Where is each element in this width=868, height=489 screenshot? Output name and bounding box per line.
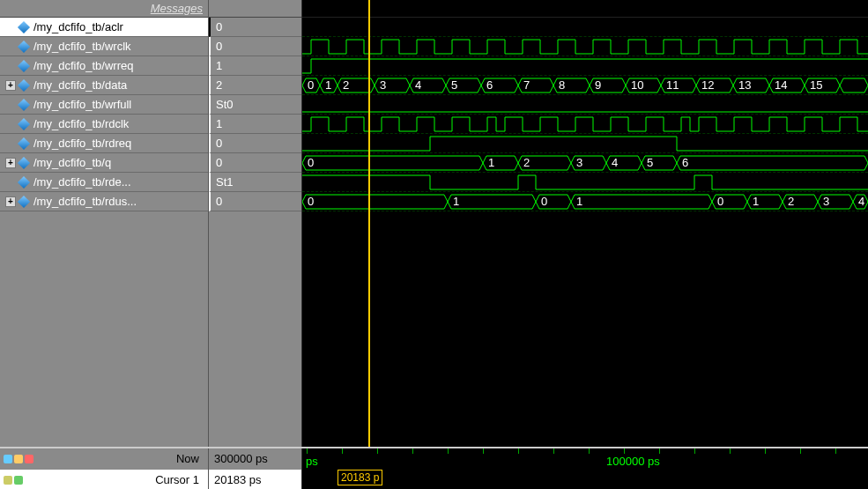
expand-spacer — [5, 100, 16, 110]
toolbar-icon-3[interactable] — [25, 455, 33, 463]
signal-name-row[interactable]: +/my_dcfifo_tb/q — [0, 153, 208, 173]
time-tick — [730, 448, 731, 454]
signal-diamond-icon — [18, 156, 30, 168]
cursor-row[interactable]: Cursor 1 — [0, 470, 208, 489]
signal-diamond-icon — [18, 175, 30, 188]
time-tick — [518, 448, 519, 454]
signal-name-row[interactable]: +/my_dcfifo_tb/rdus... — [0, 192, 208, 211]
toolbar-icon-4[interactable] — [4, 476, 12, 485]
svg-text:7: 7 — [523, 78, 530, 92]
signal-name-row[interactable]: +/my_dcfifo_tb/data — [0, 76, 208, 95]
svg-text:6: 6 — [486, 78, 493, 92]
svg-text:1: 1 — [453, 195, 459, 208]
wave-body[interactable]: 01234567891011121314150123456010101234 — [302, 18, 868, 447]
svg-text:1: 1 — [576, 195, 582, 208]
wave-row[interactable] — [302, 95, 868, 115]
svg-text:10: 10 — [631, 78, 643, 92]
svg-text:5: 5 — [647, 156, 653, 169]
signal-value-cell[interactable]: 0 — [209, 134, 301, 153]
signal-name-row[interactable]: /my_dcfifo_tb/wrreq — [0, 56, 208, 76]
expand-spacer — [5, 61, 16, 71]
wave-row[interactable] — [302, 18, 868, 37]
time-tick — [589, 448, 590, 454]
signal-name-row[interactable]: /my_dcfifo_tb/rdclk — [0, 115, 208, 134]
svg-text:9: 9 — [595, 78, 601, 92]
signal-values-column: 0012St0100St10 — [209, 0, 302, 447]
signal-value-cell[interactable]: 1 — [209, 56, 301, 76]
svg-text:2: 2 — [523, 156, 530, 169]
time-tick — [483, 448, 484, 454]
timescale-unit: ps — [306, 455, 318, 468]
expand-spacer — [5, 41, 16, 52]
time-tick — [624, 448, 625, 454]
svg-text:1: 1 — [488, 156, 494, 169]
expand-spacer — [5, 177, 16, 188]
signal-value-cell[interactable]: 0 — [209, 37, 301, 56]
cursor-flag[interactable]: 20183 p — [338, 470, 382, 485]
svg-text:14: 14 — [775, 78, 787, 92]
now-row: Now — [0, 448, 208, 470]
svg-text:8: 8 — [559, 78, 565, 92]
svg-text:15: 15 — [810, 78, 822, 92]
toolbar-icon-2[interactable] — [14, 455, 23, 463]
time-tick — [377, 448, 378, 454]
waveform-viewer: Messages /my_dcfifo_tb/aclr/my_dcfifo_tb… — [0, 0, 868, 489]
time-tick — [694, 448, 695, 454]
svg-text:4: 4 — [612, 156, 618, 169]
signal-name-text: /my_dcfifo_tb/rdus... — [33, 192, 137, 211]
wave-row[interactable] — [302, 56, 868, 76]
expand-icon[interactable]: + — [5, 80, 16, 91]
signal-value-cell[interactable]: 2 — [209, 76, 301, 95]
signal-value-cell[interactable]: 0 — [209, 18, 301, 37]
toolbar-icon-5[interactable] — [14, 476, 23, 485]
waveform-area[interactable]: 01234567891011121314150123456010101234 — [302, 0, 868, 447]
svg-text:4: 4 — [858, 195, 864, 208]
wave-row[interactable] — [302, 134, 868, 153]
cursor-line[interactable] — [368, 0, 370, 447]
signal-value-cell[interactable]: 1 — [209, 115, 301, 134]
svg-text:11: 11 — [666, 78, 679, 92]
expand-spacer — [5, 119, 16, 130]
signal-value-cell[interactable]: 0 — [209, 192, 301, 211]
values-header — [209, 0, 301, 18]
signal-name-row[interactable]: /my_dcfifo_tb/wrfull — [0, 95, 208, 115]
toolbar-icon-1[interactable] — [4, 455, 12, 463]
time-tick — [659, 448, 660, 454]
svg-text:0: 0 — [308, 195, 314, 208]
svg-text:3: 3 — [380, 78, 386, 92]
wave-row[interactable] — [302, 115, 868, 134]
signal-name-text: /my_dcfifo_tb/aclr — [33, 18, 123, 37]
signal-diamond-icon — [18, 137, 30, 149]
time-tick — [412, 448, 413, 454]
signal-name-text: /my_dcfifo_tb/q — [33, 153, 111, 173]
expand-icon[interactable]: + — [5, 158, 16, 168]
expand-icon[interactable]: + — [5, 196, 16, 207]
svg-text:3: 3 — [576, 156, 582, 169]
signal-value-cell[interactable]: St0 — [209, 95, 301, 115]
signal-name-row[interactable]: /my_dcfifo_tb/rdreq — [0, 134, 208, 153]
time-tick — [307, 448, 308, 454]
wave-row[interactable] — [302, 37, 868, 56]
time-tick — [448, 448, 449, 454]
signal-name-text: /my_dcfifo_tb/rde... — [33, 173, 131, 192]
signal-name-row[interactable]: /my_dcfifo_tb/aclr — [0, 18, 208, 37]
wave-row[interactable]: 0123456 — [302, 153, 868, 173]
signal-value-cell[interactable]: St1 — [209, 173, 301, 192]
wave-row[interactable] — [302, 173, 868, 192]
expand-spacer — [5, 22, 16, 33]
wave-row[interactable]: 010101234 — [302, 192, 868, 211]
signal-name-row[interactable]: /my_dcfifo_tb/wrclk — [0, 37, 208, 56]
signal-names-column: Messages /my_dcfifo_tb/aclr/my_dcfifo_tb… — [0, 0, 209, 447]
signal-value-cell[interactable]: 0 — [209, 153, 301, 173]
svg-text:0: 0 — [308, 78, 314, 92]
wave-row[interactable]: 0123456789101112131415 — [302, 76, 868, 95]
time-tick — [342, 448, 343, 454]
svg-text:4: 4 — [415, 78, 421, 92]
now-label: Now — [176, 448, 199, 470]
cursor-label: Cursor 1 — [155, 470, 199, 489]
signal-name-text: /my_dcfifo_tb/wrfull — [33, 95, 131, 115]
signal-name-row[interactable]: /my_dcfifo_tb/rde... — [0, 173, 208, 192]
time-tick — [800, 448, 801, 454]
signal-diamond-icon — [18, 40, 30, 52]
svg-text:1: 1 — [325, 78, 331, 92]
